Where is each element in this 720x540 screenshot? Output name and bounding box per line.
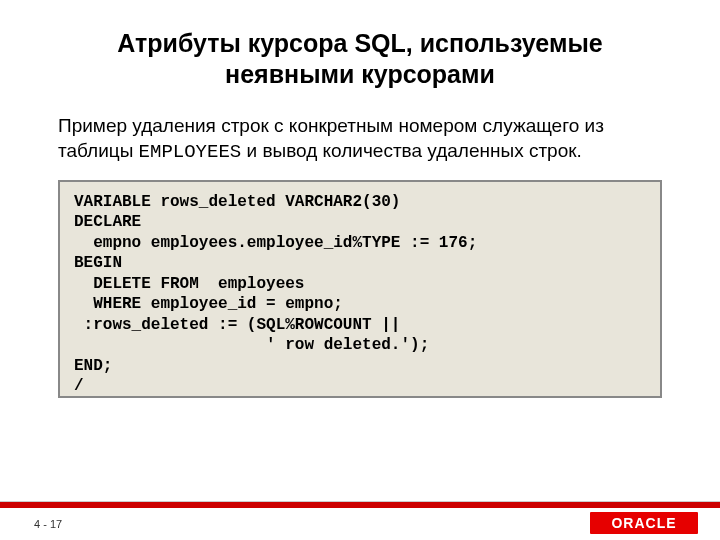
oracle-logo-text: ORACLE (611, 515, 676, 531)
paragraph-table-name: EMPLOYEES (139, 141, 242, 163)
description-paragraph: Пример удаления строк с конкретным номер… (0, 91, 720, 166)
paragraph-post: и вывод количества удаленных строк. (241, 140, 582, 161)
slide: Атрибуты курсора SQL, используемые неявн… (0, 0, 720, 540)
oracle-logo: ORACLE (590, 512, 698, 534)
slide-title: Атрибуты курсора SQL, используемые неявн… (0, 0, 720, 91)
title-line-2: неявными курсорами (225, 60, 495, 88)
page-number: 4 - 17 (34, 518, 62, 530)
code-block: VARIABLE rows_deleted VARCHAR2(30) DECLA… (58, 180, 662, 398)
footer-divider (0, 502, 720, 508)
title-line-1: Атрибуты курсора SQL, используемые (117, 29, 602, 57)
